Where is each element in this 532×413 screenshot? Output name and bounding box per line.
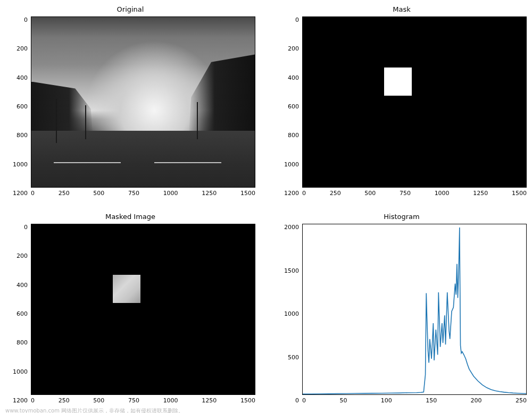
tick-label: 500	[364, 190, 376, 197]
tick-label: 800	[16, 339, 28, 346]
tick-label: 600	[16, 103, 28, 110]
tick-label: 250	[516, 397, 527, 404]
tick-label: 1500	[512, 190, 527, 197]
axes-histogram	[302, 224, 527, 395]
xaxis-histogram: 050100150200250	[302, 395, 527, 404]
tick-label: 1000	[13, 161, 28, 168]
xaxis-mask: 0250500750100012501500	[302, 188, 527, 197]
tick-label: 200	[16, 45, 28, 52]
tick-label: 0	[295, 16, 299, 23]
tick-label: 1200	[13, 190, 28, 197]
tick-label: 0	[31, 397, 35, 404]
tick-label: 800	[16, 132, 28, 139]
xaxis-masked: 0250500750100012501500	[31, 395, 255, 404]
tick-label: 2000	[284, 224, 299, 231]
tick-label: 250	[330, 190, 341, 197]
axes-masked	[31, 224, 255, 395]
tick-label: 0	[31, 190, 35, 197]
watermark-text: www.toymoban.com 网络图片仅供展示，非存储，如有侵权请联系删除。	[5, 407, 527, 413]
title-original: Original	[5, 5, 255, 13]
figure: Original 020040060080010001200	[5, 5, 527, 404]
tick-label: 750	[128, 397, 139, 404]
title-histogram: Histogram	[277, 213, 527, 221]
tick-label: 750	[400, 190, 411, 197]
tick-label: 250	[59, 397, 70, 404]
tick-label: 1500	[240, 190, 255, 197]
tick-label: 200	[288, 45, 299, 52]
original-image	[31, 17, 255, 187]
tick-label: 1250	[202, 397, 217, 404]
tick-label: 500	[93, 397, 104, 404]
tick-label: 800	[288, 132, 299, 139]
tick-label: 200	[471, 397, 482, 404]
subplot-masked: Masked Image 020040060080010001200 02505…	[5, 213, 255, 404]
tick-label: 1200	[13, 397, 28, 404]
yaxis-mask: 020040060080010001200	[277, 16, 302, 197]
subplot-original: Original 020040060080010001200	[5, 5, 255, 197]
tick-label: 400	[288, 74, 299, 81]
tick-label: 600	[288, 103, 299, 110]
tick-label: 750	[128, 190, 139, 197]
tick-label: 1500	[240, 397, 255, 404]
subplot-mask: Mask 020040060080010001200 0250500750100…	[277, 5, 527, 197]
subplot-histogram: Histogram 2000150010005000 0501001502002…	[277, 213, 527, 404]
tick-label: 1200	[284, 190, 299, 197]
masked-visible-rect	[113, 275, 140, 303]
xaxis-original: 0250500750100012501500	[31, 188, 255, 197]
tick-label: 0	[24, 224, 28, 231]
tick-label: 0	[295, 397, 299, 404]
mask-image	[303, 17, 526, 187]
tick-label: 150	[426, 397, 437, 404]
yaxis-histogram: 2000150010005000	[277, 224, 302, 404]
tick-label: 50	[339, 397, 347, 404]
mask-white-rect	[384, 68, 412, 96]
tick-label: 0	[24, 16, 28, 23]
tick-label: 500	[93, 190, 104, 197]
tick-label: 400	[16, 282, 28, 289]
tick-label: 0	[302, 190, 306, 197]
yaxis-original: 020040060080010001200	[5, 16, 31, 197]
tick-label: 400	[16, 74, 28, 81]
axes-mask	[302, 16, 527, 188]
masked-image	[31, 224, 255, 394]
tick-label: 1250	[473, 190, 488, 197]
title-mask: Mask	[277, 5, 527, 13]
histogram-line	[303, 224, 526, 394]
tick-label: 500	[288, 354, 299, 361]
yaxis-masked: 020040060080010001200	[5, 224, 31, 404]
tick-label: 600	[16, 310, 28, 317]
tick-label: 1000	[435, 190, 450, 197]
tick-label: 1000	[284, 310, 299, 317]
tick-label: 1000	[284, 161, 299, 168]
axes-original	[31, 16, 255, 188]
tick-label: 1000	[13, 368, 28, 375]
tick-label: 250	[59, 190, 70, 197]
tick-label: 1000	[163, 397, 178, 404]
title-masked: Masked Image	[5, 213, 255, 221]
tick-label: 1500	[284, 267, 299, 274]
tick-label: 1000	[163, 190, 178, 197]
tick-label: 200	[16, 252, 28, 259]
tick-label: 0	[302, 397, 306, 404]
tick-label: 100	[381, 397, 392, 404]
tick-label: 1250	[202, 190, 217, 197]
